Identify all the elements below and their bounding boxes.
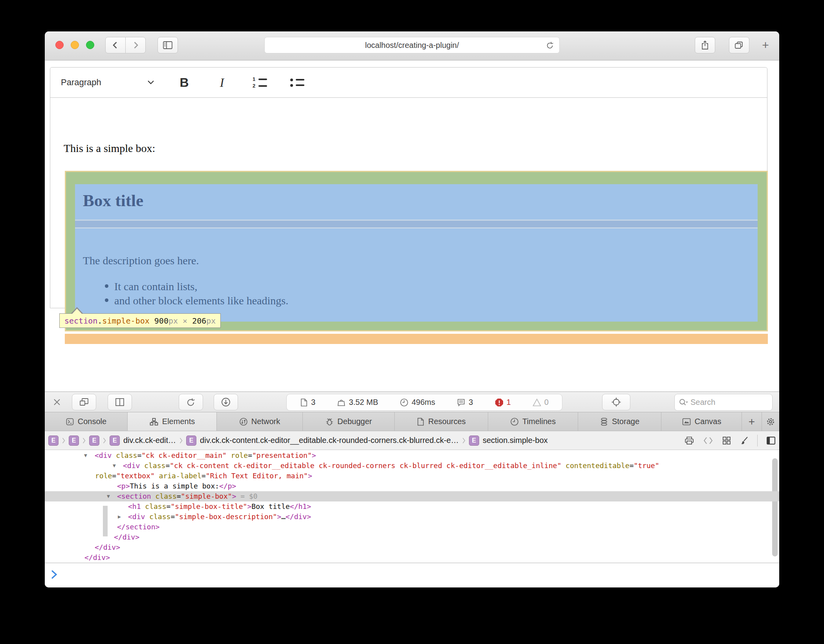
dom-tree: ▼<div class="ck ck-editor__main" role="p… (45, 450, 779, 563)
expanded-arrow-icon[interactable]: ▼ (84, 450, 87, 461)
timelines-clock-icon (510, 417, 519, 426)
sidebar-toggle-button[interactable] (157, 37, 178, 53)
inspector-settings-button[interactable] (762, 412, 779, 431)
numbered-list-button[interactable]: 1 2 (251, 73, 268, 92)
stat-transferred[interactable]: 3.52 MB (337, 398, 378, 407)
tab-debugger[interactable]: Debugger (303, 412, 395, 431)
console-prompt-row[interactable] (45, 563, 779, 587)
detach-inspector-button[interactable] (72, 394, 96, 410)
list-item[interactable]: and other block elements like headings. (114, 295, 288, 307)
add-tab-button[interactable]: + (742, 412, 762, 431)
box-title[interactable]: Box title (83, 191, 143, 210)
plus-icon: + (762, 38, 769, 52)
reload-icon[interactable] (545, 41, 555, 50)
stat-load-time[interactable]: 496ms (400, 398, 435, 407)
grid-icon[interactable] (722, 436, 731, 445)
search-input[interactable] (690, 398, 757, 407)
breadcrumb-item-selected[interactable]: Esection.simple-box (469, 435, 548, 446)
sidebar-icon (162, 40, 173, 50)
forward-chevron-icon (131, 40, 140, 50)
expanded-arrow-icon[interactable]: ▼ (107, 491, 110, 501)
tab-network[interactable]: Network (217, 412, 303, 431)
plus-icon: + (749, 415, 755, 428)
collapsed-arrow-icon[interactable]: ▶ (118, 512, 121, 522)
dom-tree-row[interactable]: ▶<div class="simple-box-description">…</… (45, 512, 779, 522)
download-icon (221, 397, 231, 407)
reload-page-button[interactable] (179, 394, 203, 410)
dom-tree-row[interactable]: ▼<div class="ck ck-content ck-editor__ed… (45, 461, 779, 471)
tab-storage[interactable]: Storage (578, 412, 661, 431)
breadcrumb-item[interactable]: E (89, 435, 99, 446)
share-button[interactable] (695, 37, 715, 53)
editor-paragraph[interactable]: This is a simple box: (64, 142, 155, 155)
box-description[interactable]: The description goes here. (83, 254, 199, 267)
close-inspector-button[interactable] (50, 394, 64, 410)
breadcrumb-item[interactable]: Ediv.ck.ck-content.ck-editor__editable.c… (186, 435, 459, 446)
element-badge: E (69, 435, 79, 446)
print-icon[interactable] (684, 436, 694, 445)
paragraph-style-dropdown[interactable]: Paragraph (61, 77, 155, 88)
network-icon (239, 417, 248, 426)
list-item[interactable]: It can contain lists, (114, 280, 198, 293)
browser-titlebar: localhost/creating-a-plugin/ + (45, 31, 779, 60)
inspected-section-highlight[interactable]: Box title The description goes here. It … (65, 171, 768, 331)
safari-window: localhost/creating-a-plugin/ + Paragraph (45, 31, 779, 587)
close-icon (53, 398, 61, 406)
tab-canvas[interactable]: Canvas (661, 412, 742, 431)
tab-resources[interactable]: Resources (395, 412, 488, 431)
breadcrumb-item[interactable]: Ediv.ck.ck-edit… (110, 435, 176, 446)
italic-button[interactable]: I (213, 73, 231, 92)
document-icon (300, 398, 308, 407)
tab-console[interactable]: Console (45, 412, 128, 431)
forward-button[interactable] (125, 37, 146, 53)
stat-errors[interactable]: 1 (495, 398, 511, 407)
dom-tree-row[interactable]: ▼<div class="ck ck-editor__main" role="p… (45, 450, 779, 461)
close-window-button[interactable] (55, 41, 64, 49)
dom-tree-row[interactable]: <p>This is a simple box:</p> (45, 481, 779, 491)
zoom-window-button[interactable] (86, 41, 94, 49)
stat-resources[interactable]: 3 (300, 398, 315, 407)
address-bar[interactable]: localhost/creating-a-plugin/ (264, 37, 560, 53)
breadcrumb-item[interactable]: E (69, 435, 79, 446)
canvas-image-icon (682, 417, 691, 426)
tab-elements[interactable]: Elements (128, 412, 217, 431)
padding-highlight: Box title The description goes here. It … (66, 172, 767, 330)
toolbar-divider (757, 435, 758, 446)
dom-tree-row[interactable]: </div> (45, 553, 779, 563)
stat-warnings[interactable]: 0 (533, 398, 549, 407)
breadcrumb-item[interactable]: E (48, 435, 59, 446)
bulleted-list-button[interactable] (289, 73, 306, 92)
download-button[interactable] (214, 394, 238, 410)
web-inspector: 3 3.52 MB 496ms 3 1 (45, 392, 779, 587)
tab-overview-button[interactable] (729, 37, 749, 53)
dock-side-button[interactable] (108, 394, 132, 410)
new-tab-button[interactable]: + (756, 37, 775, 53)
rich-text-editor: Paragraph B I 1 2 (50, 67, 767, 308)
element-badge: E (469, 435, 479, 446)
tab-timelines[interactable]: Timelines (488, 412, 578, 431)
element-picker-button[interactable] (602, 394, 630, 410)
paintbrush-icon[interactable] (740, 436, 749, 445)
error-octagon-icon (495, 398, 504, 407)
code-brackets-icon[interactable] (703, 436, 714, 445)
share-icon (700, 40, 710, 50)
details-sidebar-toggle-icon[interactable] (766, 436, 776, 445)
dom-tree-row[interactable]: </div> (45, 542, 779, 553)
expanded-arrow-icon[interactable]: ▼ (113, 461, 116, 471)
element-badge: E (110, 435, 120, 446)
dom-breadcrumb-bar: E E E Ediv.ck.ck-edit… Ediv.ck.ck-conten… (45, 431, 779, 450)
dom-tree-row[interactable]: </section> (45, 522, 779, 532)
dom-tree-row[interactable]: role="textbox" aria-label="Rich Text Edi… (45, 471, 779, 481)
back-button[interactable] (105, 37, 126, 53)
bold-button[interactable]: B (176, 73, 193, 92)
bullet-icon (105, 284, 108, 288)
minimize-window-button[interactable] (71, 41, 79, 49)
warning-triangle-icon (533, 398, 541, 407)
dom-tree-row[interactable]: </div> (45, 532, 779, 542)
dom-tree-row[interactable]: <h1 class="simple-box-title">Box title</… (45, 501, 779, 512)
dom-tree-row-selected[interactable]: ▼<section class="simple-box"> = $0 (45, 491, 779, 501)
stat-console-messages[interactable]: 3 (457, 398, 473, 407)
clock-icon (400, 398, 408, 407)
breadcrumb-separator-icon (62, 437, 65, 444)
inspector-search[interactable] (674, 394, 773, 411)
